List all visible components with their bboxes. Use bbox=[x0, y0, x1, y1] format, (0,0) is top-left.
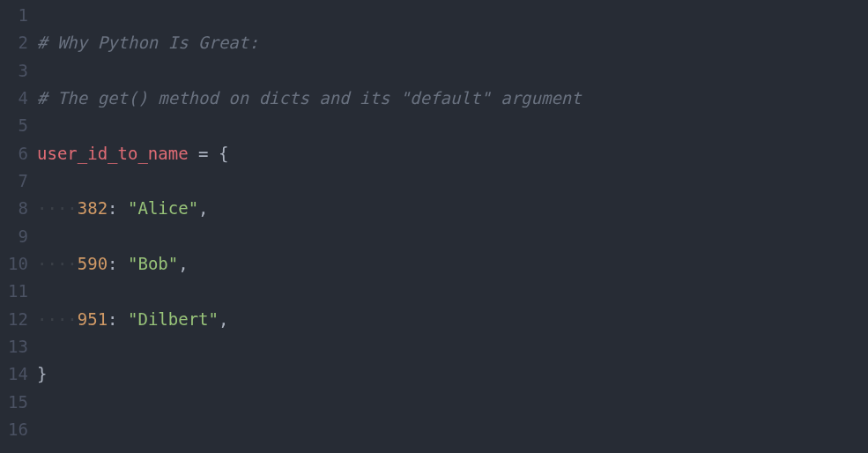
line-number: 13 bbox=[0, 333, 28, 360]
punct-token: : bbox=[108, 309, 117, 329]
code-line: ····951: "Dilbert", bbox=[37, 306, 868, 333]
code-line: user_id_to_name = { bbox=[37, 140, 868, 167]
number-token: 590 bbox=[78, 254, 108, 273]
string-token: "Bob" bbox=[128, 254, 178, 273]
comment-token: # The get() method on dicts and its "def… bbox=[37, 88, 582, 108]
operator-token: = bbox=[198, 144, 208, 163]
number-token: 382 bbox=[78, 198, 108, 218]
code-line: # The get() method on dicts and its "def… bbox=[37, 85, 868, 112]
code-line: } bbox=[37, 360, 868, 388]
string-token: "Dilbert" bbox=[128, 309, 219, 329]
line-number: 5 bbox=[0, 112, 28, 139]
brace-token: } bbox=[37, 364, 47, 383]
line-number: 8 bbox=[0, 195, 28, 222]
line-number: 7 bbox=[0, 167, 28, 195]
line-number-gutter: 1 2 3 4 5 6 7 8 9 10 11 12 13 14 15 16 bbox=[0, 2, 37, 453]
punct-token: , bbox=[178, 254, 188, 273]
code-content[interactable]: # Why Python Is Great: # The get() metho… bbox=[37, 2, 868, 453]
comment-token: # Why Python Is Great: bbox=[37, 33, 259, 52]
punct-token: : bbox=[108, 254, 117, 273]
string-token: "Alice" bbox=[128, 198, 198, 218]
indent-guide: ···· bbox=[37, 254, 78, 273]
code-line bbox=[37, 416, 868, 443]
indent-guide: ···· bbox=[37, 309, 78, 329]
line-number: 16 bbox=[0, 416, 28, 443]
line-number: 15 bbox=[0, 389, 28, 416]
punct-token: , bbox=[219, 309, 228, 329]
code-line: # Why Python Is Great: bbox=[37, 29, 868, 56]
identifier-token: user_id_to_name bbox=[37, 144, 189, 163]
brace-token: { bbox=[219, 144, 228, 163]
line-number: 14 bbox=[0, 360, 28, 388]
line-number: 1 bbox=[0, 2, 28, 29]
line-number: 11 bbox=[0, 278, 28, 305]
punct-token: : bbox=[108, 198, 117, 218]
code-editor[interactable]: 1 2 3 4 5 6 7 8 9 10 11 12 13 14 15 16 #… bbox=[0, 2, 868, 453]
line-number: 4 bbox=[0, 85, 28, 112]
indent-guide: ···· bbox=[37, 198, 78, 218]
line-number: 10 bbox=[0, 250, 28, 278]
line-number: 9 bbox=[0, 223, 28, 250]
code-line: ····590: "Bob", bbox=[37, 250, 868, 278]
punct-token: , bbox=[198, 198, 208, 218]
line-number: 6 bbox=[0, 140, 28, 167]
line-number: 3 bbox=[0, 57, 28, 85]
line-number: 12 bbox=[0, 306, 28, 333]
number-token: 951 bbox=[78, 309, 108, 329]
code-line: ····382: "Alice", bbox=[37, 195, 868, 222]
line-number: 2 bbox=[0, 29, 28, 56]
